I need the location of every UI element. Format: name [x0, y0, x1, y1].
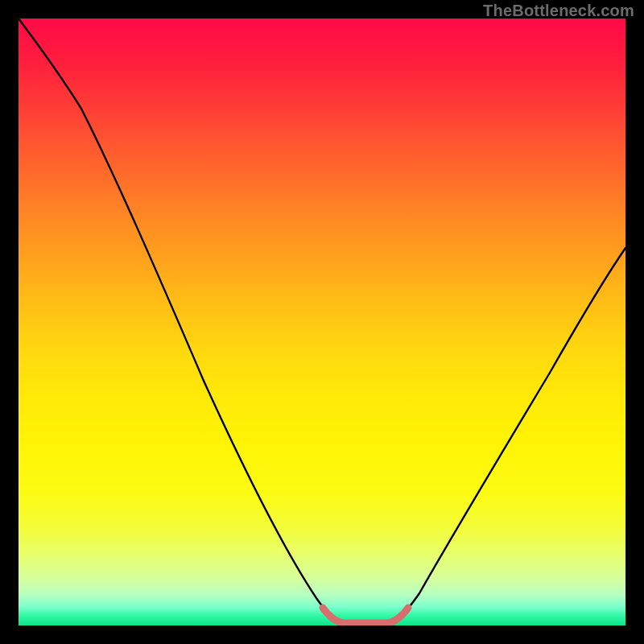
chart-frame: TheBottleneck.com: [0, 0, 644, 644]
bottleneck-curve: [19, 19, 625, 625]
plot-area: [19, 19, 625, 625]
curve-path: [19, 19, 625, 622]
branding-watermark: TheBottleneck.com: [483, 2, 634, 20]
minimum-accent: [323, 608, 408, 623]
